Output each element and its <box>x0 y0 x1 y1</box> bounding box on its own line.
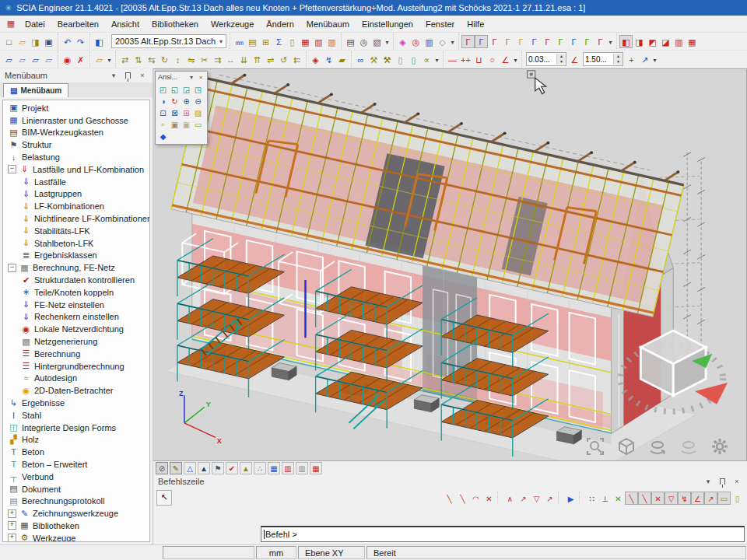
snap-line-icon[interactable]: ╲ <box>443 492 456 505</box>
snap-seg-5-icon[interactable]: ↯ <box>678 492 691 505</box>
tree-item-beton-erweitert[interactable]: TBeton – Erweitert <box>3 458 149 471</box>
tree-item-nichtlineare-lf-kombinationen[interactable]: ⇓Nichtlineare LF-Kombinationen <box>3 212 149 225</box>
view-3d-icon[interactable]: ◆ <box>157 130 169 142</box>
link-members-icon[interactable]: ↯ <box>322 53 335 66</box>
menu-item-menübaum[interactable]: Menübaum <box>300 16 356 32</box>
load-display-icon[interactable]: ▲ <box>240 462 252 474</box>
screenshot-icon[interactable]: ▣ <box>169 118 181 130</box>
snap-calculator-icon[interactable]: ▯ <box>731 492 744 505</box>
revert-icon[interactable]: ↺ <box>277 53 290 66</box>
calculator-icon[interactable]: ⊞ <box>259 35 272 48</box>
tree-item-lf-kombinationen[interactable]: ⇓LF-Kombinationen <box>3 200 149 212</box>
view-param-4-icon[interactable]: Γ <box>501 35 514 48</box>
tree-item-teile-knoten-koppeln[interactable]: ∗Teile/Knoten koppeln <box>3 286 149 299</box>
import-project-icon[interactable]: ◨ <box>29 35 42 48</box>
draw-polyline-icon[interactable]: ⊔ <box>472 53 486 66</box>
viewport-3d-model[interactable]: ZYX <box>153 69 747 461</box>
surface-edges-icon[interactable]: ✎ <box>170 462 182 474</box>
align-icon[interactable]: ⇉ <box>211 53 224 66</box>
tree-item-rechenkern-einstellen[interactable]: ⇓Rechenkern einstellen <box>3 311 149 324</box>
draw-dimension-icon[interactable]: ++ <box>459 53 472 66</box>
close-icon[interactable]: × <box>137 72 148 79</box>
view-param-3-icon[interactable]: Γ <box>488 35 501 48</box>
draw-circle-icon[interactable]: ○ <box>486 53 499 66</box>
copy-all-data-icon[interactable]: ▱ <box>42 53 55 66</box>
print-area-icon[interactable]: ▨ <box>192 107 204 118</box>
column-gray-icon[interactable]: ▯ <box>394 53 407 66</box>
cut-icon[interactable]: ✂ <box>198 53 211 66</box>
compress-icon[interactable]: + <box>625 53 638 66</box>
view-param-10-icon[interactable]: Γ <box>580 35 594 48</box>
tree-item-integrierte-design-forms[interactable]: ◫Integrierte Design Forms <box>3 422 149 434</box>
multicopy-icon[interactable]: ⇆ <box>145 53 158 66</box>
collapse-icon[interactable]: − <box>8 264 16 272</box>
tree-item-berechnung[interactable]: ☰Berechnung <box>3 348 149 360</box>
zoom-out-icon[interactable]: ⊖ <box>192 95 204 107</box>
snap-cross-icon[interactable]: ✕ <box>612 492 625 505</box>
open-project-icon[interactable]: ▱ <box>16 35 29 48</box>
column-green-icon[interactable]: ▯ <box>407 53 420 66</box>
tree-item-holz[interactable]: ▞Holz <box>3 434 149 446</box>
chevron-down-icon[interactable]: ▾ <box>108 72 119 79</box>
expand-icon[interactable]: + <box>8 509 16 518</box>
scale-dropdown-icon[interactable]: ▾ <box>651 53 658 66</box>
tree-item-berechnung-fe-netz[interactable]: −▦Berechnung, FE-Netz <box>3 261 149 274</box>
view-param-5-icon[interactable]: Γ <box>514 35 528 48</box>
load-panel-6-icon[interactable]: ▦ <box>686 35 699 48</box>
join-icon[interactable]: ⇌ <box>264 53 277 66</box>
ucs-move-icon[interactable]: ◈ <box>396 35 409 48</box>
zoom-box-icon[interactable] <box>586 437 605 456</box>
view-dropdown-icon[interactable]: ▾ <box>449 35 456 48</box>
tree-item-berechnungsprotokoll[interactable]: ▤Berechnungsprotokoll <box>3 495 149 508</box>
grid-table-icon[interactable]: ▦ <box>310 462 322 474</box>
view-param-7-icon[interactable]: Γ <box>541 35 554 48</box>
rotate-model-icon[interactable] <box>648 437 667 456</box>
findtools-dropdown-icon[interactable]: ▾ <box>433 53 440 66</box>
extend-icon[interactable]: ⇈ <box>251 53 264 66</box>
status-plane[interactable]: Ebene XY <box>298 546 365 559</box>
copy-icon[interactable]: ⇅ <box>132 53 145 66</box>
move-icon[interactable]: ⇄ <box>118 53 132 66</box>
search-pair-icon[interactable]: ∞ <box>354 53 367 66</box>
tree-item-netzgenerierung[interactable]: ▩Netzgenerierung <box>3 335 149 348</box>
tree-item-fe-netz-einstellen[interactable]: ⇓FE-Netz einstellen <box>3 299 149 311</box>
status-units[interactable]: mm <box>256 546 296 559</box>
weld-icon[interactable]: ⇇ <box>290 53 303 66</box>
gear-icon[interactable] <box>710 437 729 456</box>
activity-icon[interactable]: Σ <box>272 35 286 48</box>
snap-delete-icon[interactable]: ✕ <box>482 492 496 505</box>
openmini-dropdown-icon[interactable]: ▾ <box>106 53 113 66</box>
pin-icon[interactable] <box>125 72 131 79</box>
table-input-icon[interactable]: ▥ <box>325 35 338 48</box>
view-param-8-icon[interactable]: Γ <box>554 35 567 48</box>
clip-box-icon[interactable]: ▭ <box>192 118 204 130</box>
draw-dropdown-icon[interactable]: ▾ <box>512 53 519 66</box>
view-xz-icon[interactable]: ◱ <box>169 83 181 95</box>
view-point-icon[interactable]: ◑ <box>157 95 169 107</box>
view-param-9-icon[interactable]: Γ <box>567 35 580 48</box>
printer-icon[interactable]: ▤ <box>344 35 357 48</box>
zoom-window-icon[interactable]: ⊡ <box>157 107 169 118</box>
tree-item-projekt[interactable]: ▣Projekt <box>3 102 149 114</box>
visibility-icon[interactable]: ◉ <box>61 53 74 66</box>
view-param-2-icon[interactable]: Γ <box>475 35 488 48</box>
scale-spinner[interactable]: 1.50... ▲▼ <box>583 52 623 66</box>
snap-point-icon[interactable]: ↗ <box>543 492 556 505</box>
snap-seg-7-icon[interactable]: ↗ <box>704 492 717 505</box>
load-panel-4-icon[interactable]: ◪ <box>659 35 672 48</box>
snap-step-spinner[interactable]: 0.03... ▲▼ <box>526 52 566 66</box>
doc-table-icon[interactable]: ▥ <box>296 462 308 474</box>
axo-view-icon[interactable]: △ <box>184 462 196 474</box>
angle-snap-icon[interactable]: ∠ <box>568 53 581 66</box>
menu-item-werkzeuge[interactable]: Werkzeuge <box>205 16 260 32</box>
zoom-all-icon[interactable]: ⊠ <box>169 107 181 118</box>
tab-menubaum[interactable]: ▤ Menübaum <box>3 83 68 97</box>
snap-node-icon[interactable]: ∧ <box>503 492 517 505</box>
print-dropdown-icon[interactable]: ▾ <box>384 35 391 48</box>
tree-item-stahlbeton-lfk[interactable]: ⇓Stahlbeton-LFK <box>3 237 149 250</box>
connect-nodes-icon[interactable]: ◈ <box>309 53 322 66</box>
menu-item-einstellungen[interactable]: Einstellungen <box>356 16 419 32</box>
project-selector[interactable]: 20035 Alt.Epp.Str.13 Dach ▾ <box>111 34 226 48</box>
open-mini-icon[interactable]: ▱ <box>93 53 106 66</box>
print-preview-icon[interactable]: ◎ <box>357 35 370 48</box>
